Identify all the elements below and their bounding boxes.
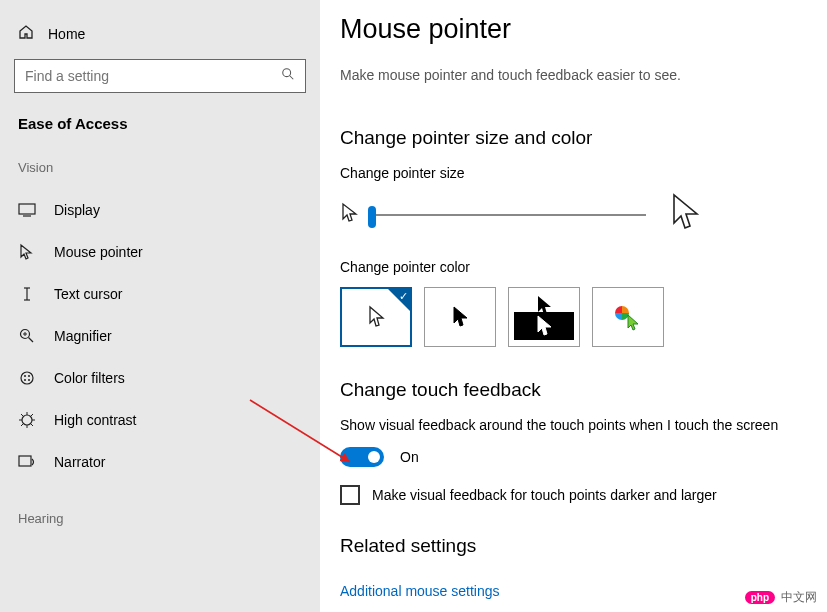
text-cursor-icon (18, 285, 36, 303)
svg-rect-2 (19, 204, 35, 214)
ease-of-access-title: Ease of Access (12, 115, 308, 160)
search-icon (281, 67, 295, 85)
cursor-small-icon (340, 202, 358, 228)
touch-feedback-toggle[interactable] (340, 447, 384, 467)
sidebar-item-label: Display (54, 202, 100, 218)
darker-larger-checkbox[interactable] (340, 485, 360, 505)
search-field[interactable] (25, 68, 281, 84)
home-nav[interactable]: Home (12, 18, 308, 59)
page-title: Mouse pointer (340, 14, 803, 45)
mouse-pointer-icon (18, 243, 36, 261)
section-touch-feedback: Change touch feedback (340, 379, 803, 401)
sidebar-item-color-filters[interactable]: Color filters (12, 357, 308, 399)
svg-line-1 (290, 76, 294, 80)
section-related: Related settings (340, 535, 803, 557)
additional-mouse-settings-link[interactable]: Additional mouse settings (340, 583, 500, 599)
section-size-color: Change pointer size and color (340, 127, 803, 149)
svg-line-21 (21, 414, 23, 416)
sidebar-item-display[interactable]: Display (12, 189, 308, 231)
pointer-size-slider[interactable] (368, 214, 646, 216)
svg-line-22 (31, 424, 33, 426)
vision-section-label: Vision (12, 160, 308, 189)
sidebar-item-narrator[interactable]: Narrator (12, 441, 308, 483)
sidebar-item-label: Mouse pointer (54, 244, 143, 260)
svg-line-10 (29, 338, 34, 343)
svg-rect-25 (19, 456, 31, 466)
checkbox-label: Make visual feedback for touch points da… (372, 487, 717, 503)
svg-point-12 (24, 375, 26, 377)
home-label: Home (48, 26, 85, 42)
page-subtitle: Make mouse pointer and touch feedback ea… (340, 67, 803, 83)
svg-point-11 (21, 372, 33, 384)
narrator-icon (18, 453, 36, 471)
sidebar-item-label: Magnifier (54, 328, 112, 344)
sidebar-item-label: Narrator (54, 454, 105, 470)
magnifier-icon (18, 327, 36, 345)
home-icon (18, 24, 34, 43)
change-size-label: Change pointer size (340, 165, 803, 181)
sidebar-item-mouse-pointer[interactable]: Mouse pointer (12, 231, 308, 273)
watermark-badge: php (745, 591, 775, 604)
change-color-label: Change pointer color (340, 259, 803, 275)
cursor-large-icon (670, 193, 700, 237)
color-option-black[interactable] (424, 287, 496, 347)
search-input[interactable] (14, 59, 306, 93)
color-filters-icon (18, 369, 36, 387)
sidebar-item-high-contrast[interactable]: High contrast (12, 399, 308, 441)
svg-line-23 (21, 424, 23, 426)
display-icon (18, 201, 36, 219)
svg-point-14 (24, 379, 26, 381)
svg-point-0 (283, 69, 291, 77)
svg-point-16 (22, 415, 32, 425)
sidebar-item-text-cursor[interactable]: Text cursor (12, 273, 308, 315)
color-option-inverted[interactable] (508, 287, 580, 347)
hearing-section-label: Hearing (12, 511, 308, 540)
sidebar-item-magnifier[interactable]: Magnifier (12, 315, 308, 357)
touch-description: Show visual feedback around the touch po… (340, 417, 803, 433)
sidebar-item-label: Text cursor (54, 286, 122, 302)
toggle-knob (368, 451, 380, 463)
watermark-text: 中文网 (781, 589, 817, 606)
slider-thumb[interactable] (368, 206, 376, 228)
sidebar-item-label: Color filters (54, 370, 125, 386)
high-contrast-icon (18, 411, 36, 429)
svg-point-13 (28, 375, 30, 377)
watermark: php 中文网 (745, 589, 817, 606)
svg-line-24 (31, 414, 33, 416)
check-icon: ✓ (399, 290, 408, 303)
color-option-white[interactable]: ✓ (340, 287, 412, 347)
svg-point-15 (28, 379, 30, 381)
sidebar-item-label: High contrast (54, 412, 136, 428)
toggle-state-label: On (400, 449, 419, 465)
color-option-custom[interactable] (592, 287, 664, 347)
